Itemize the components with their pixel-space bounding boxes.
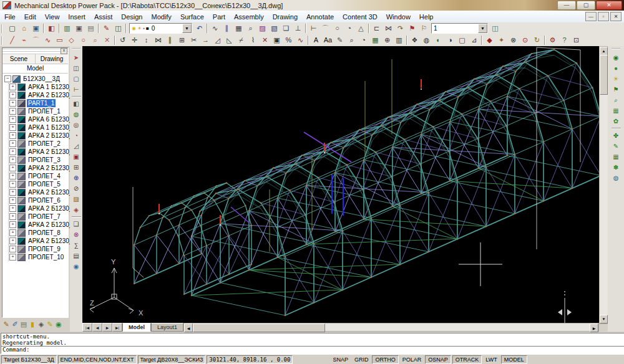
tree-expand-toggle[interactable]: + — [9, 237, 16, 244]
menu-drawing[interactable]: Drawing — [268, 12, 302, 22]
toggle-otrack[interactable]: OTRACK — [452, 355, 482, 364]
extend-icon[interactable]: → — [200, 35, 212, 46]
constraint2-icon[interactable]: ⊗ — [71, 229, 82, 240]
copy-icon[interactable]: ▣ — [73, 23, 85, 34]
plot-style-icon[interactable]: ◧ — [46, 23, 57, 34]
maximize-button[interactable]: ▢ — [577, 1, 595, 10]
tree-expand-toggle[interactable]: + — [9, 140, 16, 147]
offset-icon[interactable]: ∥ — [164, 35, 176, 46]
tab-model[interactable]: Model — [2, 64, 68, 74]
tree-item[interactable]: +PART1_1 — [9, 99, 68, 107]
scale-combo[interactable]: 1 ▼ — [431, 23, 488, 34]
dim-angle-icon[interactable]: △ — [355, 23, 367, 34]
tree-item[interactable]: +ПРОЛЕТ_2 — [9, 140, 68, 148]
assembly2-icon[interactable]: ❏ — [71, 219, 82, 229]
menu-design[interactable]: Design — [117, 12, 147, 22]
edit-green-icon[interactable]: ✎ — [610, 141, 622, 151]
menu-insert[interactable]: Insert — [64, 12, 90, 22]
constraint-icon[interactable]: ⊗ — [507, 35, 519, 46]
tree-item[interactable]: +АРКА 2 Б1230_4 — [9, 164, 68, 172]
revolve-icon[interactable]: ◍ — [71, 109, 82, 120]
toolbar-grip[interactable] — [612, 48, 620, 51]
spline-icon[interactable]: ∿ — [42, 35, 54, 46]
ucs-tool-icon[interactable]: ⊿ — [468, 35, 480, 46]
polygon-icon[interactable]: ◇ — [66, 35, 77, 46]
menu-surface[interactable]: Surface — [176, 12, 208, 22]
surface-icon[interactable]: ◈ — [71, 204, 82, 215]
chamfer3d-icon[interactable]: ◿ — [71, 141, 82, 151]
rotate-icon[interactable]: ↺ — [117, 35, 129, 46]
copy-props-icon[interactable]: ▥ — [61, 23, 73, 34]
close-button[interactable]: ✕ — [596, 1, 622, 10]
redline-icon[interactable]: ✐ — [11, 319, 19, 330]
construction-line-icon[interactable]: ⌁ — [18, 35, 30, 46]
tree-expand-toggle[interactable]: + — [9, 246, 16, 252]
toggle-snap[interactable]: SNAP — [330, 356, 351, 363]
copy2-icon[interactable]: ▣ — [271, 35, 283, 46]
pair-icon[interactable]: ∥ — [221, 23, 233, 34]
fillet-icon[interactable]: ◿ — [212, 35, 223, 46]
scroll-right-icon[interactable]: ▶ — [590, 323, 598, 332]
pedit-icon[interactable]: ∿ — [295, 35, 306, 46]
sketch-view-icon[interactable]: ◫ — [71, 63, 82, 74]
edit-text-icon[interactable]: ✎ — [334, 35, 346, 46]
analysis-icon[interactable]: ∑ — [71, 240, 82, 251]
scale-combo-arrow-icon[interactable]: ▼ — [478, 24, 487, 33]
palette-icon[interactable]: ▨ — [256, 23, 268, 34]
menu-modify[interactable]: Modify — [147, 12, 175, 22]
hole-icon[interactable]: ◎ — [71, 120, 82, 130]
tree-item[interactable]: +АРКА 2 Б1230_9 — [9, 237, 68, 245]
trim-icon[interactable]: ✂ — [188, 35, 200, 46]
tree-item[interactable]: +АРКА 6 Б1230_1 — [9, 115, 68, 123]
tree-expand-toggle[interactable]: + — [9, 132, 16, 139]
drawing-viewport[interactable]: YXZ — [82, 46, 599, 323]
tree-expand-toggle[interactable]: + — [9, 92, 16, 98]
mdi-close-button[interactable]: ✕ — [610, 12, 622, 21]
array-icon[interactable]: ⊞ — [176, 35, 188, 46]
mdi-restore-button[interactable]: ▫ — [598, 12, 609, 21]
panel-close-icon[interactable]: x — [61, 48, 67, 54]
erase2-icon[interactable]: ✕ — [101, 35, 113, 46]
horizontal-scroll-thumb[interactable] — [193, 323, 325, 332]
layers2-icon[interactable]: ❏ — [280, 23, 292, 34]
zoom-scene-icon[interactable]: ⌕ — [610, 95, 622, 105]
mdi-minimize-button[interactable]: — — [585, 12, 597, 21]
trash-icon[interactable]: ▮ — [28, 319, 37, 330]
tolerance-icon[interactable]: ⊕ — [381, 35, 393, 46]
tree-expand-toggle[interactable]: + — [9, 124, 16, 131]
named-views-icon[interactable]: ◫ — [489, 23, 501, 34]
redo2-icon[interactable]: ↷ — [394, 23, 406, 34]
calc-icon[interactable]: ▦ — [610, 151, 622, 162]
zoom-dynamic-icon[interactable]: ◔ — [358, 35, 369, 46]
notes-icon[interactable]: ▧ — [268, 23, 280, 34]
coordinate-display[interactable]: 30121.40, 8918.16 , 0.00 — [207, 355, 293, 364]
menu-part[interactable]: Part — [208, 12, 230, 22]
tree-expand-toggle[interactable]: + — [9, 181, 16, 188]
open-icon[interactable]: ⌂ — [18, 23, 30, 34]
tab-layout1[interactable]: Layout1 — [151, 323, 183, 332]
toggle-ortho[interactable]: ORTHO — [372, 355, 398, 364]
chamfer-icon[interactable]: ◺ — [223, 35, 235, 46]
render3-icon[interactable]: ◉ — [54, 319, 63, 330]
tree-expand-toggle[interactable]: + — [9, 221, 16, 228]
menu-assist[interactable]: Assist — [90, 12, 117, 22]
help2-icon[interactable]: ? — [558, 35, 570, 46]
zoom-icon[interactable]: ⌕ — [89, 35, 101, 46]
menu-edit[interactable]: Edit — [20, 12, 41, 22]
flag2-icon[interactable]: ⚐ — [418, 23, 430, 34]
join-icon[interactable]: ⌇ — [247, 35, 259, 46]
datum-icon[interactable]: ⊥ — [292, 23, 304, 34]
table2-icon[interactable]: ▥ — [393, 35, 405, 46]
tree-expand-toggle[interactable]: + — [9, 108, 16, 115]
balloon-icon[interactable]: ◉ — [71, 261, 82, 272]
tree-item[interactable]: +ПРОЛЕТ_9 — [9, 245, 68, 253]
menu-assembly[interactable]: Assembly — [230, 12, 268, 22]
command-input[interactable]: Command: — [1, 346, 624, 354]
sketch-icon[interactable]: ∿ — [209, 23, 221, 34]
tree-item[interactable]: +АРКА 1 Б1230_1 — [9, 83, 68, 91]
tab-model[interactable]: Model — [122, 323, 151, 332]
dim-circle-icon[interactable]: ○ — [331, 23, 343, 34]
menu-window[interactable]: Window — [382, 12, 415, 22]
dimension-icon[interactable]: ⊢ — [71, 84, 82, 95]
print-icon[interactable]: ◫ — [112, 23, 124, 34]
